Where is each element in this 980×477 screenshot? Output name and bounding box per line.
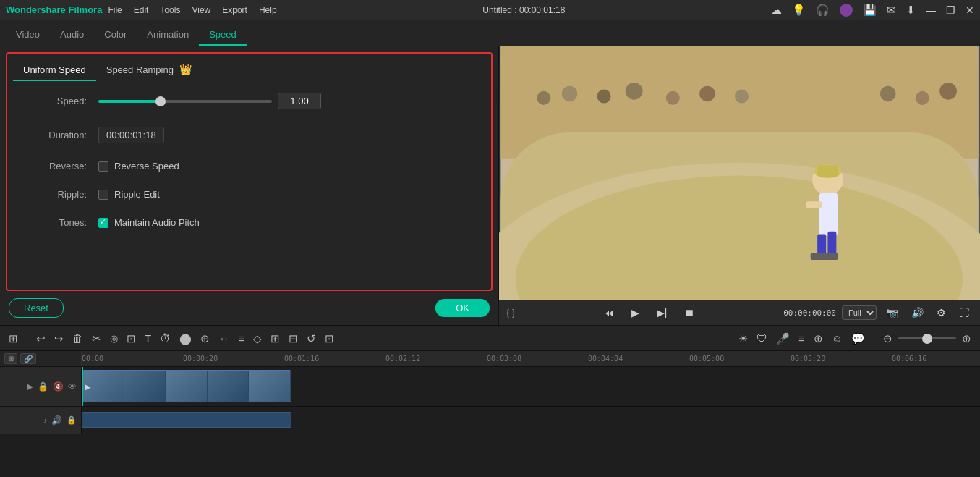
quality-select[interactable]: Full — [842, 305, 877, 320]
tab-color[interactable]: Color — [94, 25, 137, 46]
right-panel: { } ⏮ ▶ ▶| ⏹ 00:00:00:00 Full 📷 🔊 ⚙ ⛶ — [499, 46, 980, 325]
reverse-checkbox[interactable] — [98, 161, 108, 172]
headset-icon: 🎧 — [816, 4, 830, 17]
tool-sticker[interactable]: ☺ — [829, 331, 845, 346]
screenshot-button[interactable]: 📷 — [882, 305, 902, 320]
audio-mute-button[interactable]: 🔊 — [51, 415, 62, 426]
audio-track-icon[interactable]: ♪ — [43, 416, 48, 425]
svg-point-13 — [537, 91, 550, 105]
volume-button[interactable]: 🔊 — [908, 305, 927, 320]
tool-zoom-in[interactable]: ⊕ — [959, 331, 974, 347]
ripple-checkbox[interactable] — [98, 190, 108, 200]
menu-tools[interactable]: Tools — [160, 5, 180, 15]
ripple-control: Ripple Edit — [98, 189, 160, 200]
tool-marker[interactable]: ◇ — [250, 331, 265, 347]
svg-point-19 — [735, 89, 749, 103]
ruler-mark-5: 00:04:04 — [588, 355, 623, 363]
ruler-mark-6: 00:05:00 — [689, 355, 724, 363]
menu-export[interactable]: Export — [222, 5, 247, 15]
tool-redo[interactable]: ↪ — [51, 331, 67, 347]
track-lock-icon[interactable]: 🔒 — [38, 381, 48, 392]
tool-add[interactable]: ⊕ — [197, 331, 213, 347]
tool-record[interactable]: ⬤ — [176, 331, 195, 347]
tool-split[interactable]: ↔ — [216, 331, 232, 346]
tool-shield[interactable]: 🛡 — [754, 331, 770, 346]
speed-slider[interactable] — [98, 100, 272, 103]
timecode-bracket-left: { — [506, 308, 509, 318]
tab-video[interactable]: Video — [6, 25, 50, 46]
tab-uniform-speed[interactable]: Uniform Speed — [13, 60, 96, 81]
track-eye-icon[interactable]: 👁 — [68, 381, 77, 392]
track-play-icon[interactable]: ▶ — [27, 381, 33, 392]
download-icon[interactable]: ⬇ — [906, 4, 916, 17]
go-start-button[interactable]: ⏮ — [600, 305, 618, 320]
tab-speed[interactable]: Speed — [199, 25, 247, 46]
user-avatar — [840, 4, 853, 17]
video-clip[interactable]: ▶ — [82, 370, 291, 402]
maximize-button[interactable]: ❐ — [946, 4, 955, 16]
close-button[interactable]: ✕ — [966, 4, 974, 16]
tool-snap[interactable]: ⊞ — [268, 331, 283, 347]
ripple-label: Ripple: — [22, 189, 87, 200]
go-end-button[interactable]: ▶| — [653, 305, 671, 320]
tool-rotate[interactable]: ↺ — [304, 331, 319, 347]
ok-button[interactable]: OK — [435, 299, 490, 317]
svg-point-18 — [699, 86, 715, 101]
duration-row: Duration: 00:00:01:18 — [22, 127, 477, 143]
svg-rect-6 — [819, 193, 838, 235]
timeline-toolbar: ⊞ ↩ ↪ 🗑 ✂ ◎ ⊡ T ⏱ ⬤ ⊕ ↔ ≡ ◇ ⊞ ⊟ ↺ ⊡ ☀ 🛡 … — [0, 326, 980, 351]
audio-clip[interactable] — [82, 412, 291, 428]
track-mute-icon[interactable]: 🔇 — [53, 381, 64, 392]
play-button[interactable]: ▶ — [628, 305, 643, 320]
menu-help[interactable]: Help — [259, 5, 277, 15]
timeline-section: ⊞ ↩ ↪ 🗑 ✂ ◎ ⊡ T ⏱ ⬤ ⊕ ↔ ≡ ◇ ⊞ ⊟ ↺ ⊡ ☀ 🛡 … — [0, 325, 980, 477]
svg-rect-10 — [811, 253, 838, 261]
menu-file[interactable]: File — [108, 5, 122, 15]
reverse-row: Reverse: Reverse Speed — [22, 161, 477, 172]
tool-group[interactable]: ≡ — [235, 331, 247, 346]
tool-subtitles[interactable]: ≡ — [796, 331, 808, 346]
tool-crop[interactable]: ⊡ — [124, 331, 139, 347]
tool-mute[interactable]: ◎ — [107, 332, 121, 345]
settings-button[interactable]: ⚙ — [933, 305, 950, 320]
ruler-mark-2: 00:01:16 — [284, 355, 319, 363]
tab-speed-ramping[interactable]: Speed Ramping 👑 — [96, 59, 202, 81]
audio-track-content — [82, 409, 980, 432]
tool-layout[interactable]: ⊞ — [6, 331, 21, 347]
tones-checkbox[interactable] — [98, 218, 108, 228]
save-icon[interactable]: 💾 — [863, 4, 877, 17]
fullscreen-button[interactable]: ⛶ — [955, 305, 973, 320]
tool-cut[interactable]: ✂ — [89, 331, 104, 347]
tool-add2[interactable]: ⊕ — [811, 331, 826, 347]
audio-lock-button[interactable]: 🔒 — [67, 415, 77, 425]
titlebar-right: ☁ 💡 🎧 💾 ✉ ⬇ — ❐ ✕ — [771, 4, 974, 17]
tool-mic[interactable]: 🎤 — [773, 331, 793, 347]
speed-row: Speed: 1.00 — [22, 93, 477, 109]
track-link-button[interactable]: 🔗 — [20, 353, 36, 364]
stop-button[interactable]: ⏹ — [681, 305, 698, 320]
tool-delete[interactable]: 🗑 — [69, 331, 86, 346]
tool-subtract[interactable]: ⊟ — [286, 331, 301, 347]
menu-edit[interactable]: Edit — [134, 5, 149, 15]
minimize-button[interactable]: — — [926, 4, 936, 16]
tab-animation[interactable]: Animation — [137, 25, 199, 46]
timeline-tracks: ▶ 🔒 🔇 👁 ▶ ♪ 🔊 — [0, 367, 980, 477]
svg-point-14 — [562, 86, 577, 101]
tool-text[interactable]: T — [142, 331, 154, 346]
tool-timer[interactable]: ⏱ — [157, 331, 174, 346]
message-icon[interactable]: ✉ — [887, 4, 896, 17]
svg-point-22 — [939, 83, 957, 100]
tab-audio[interactable]: Audio — [50, 25, 94, 46]
svg-point-21 — [916, 91, 929, 105]
menu-view[interactable]: View — [192, 5, 210, 15]
tool-brightness[interactable]: ☀ — [736, 331, 751, 347]
tool-zoom-out[interactable]: ⊖ — [880, 331, 895, 347]
tool-transform[interactable]: ⊡ — [322, 331, 337, 347]
speed-value[interactable]: 1.00 — [278, 93, 321, 109]
tones-control: Maintain Audio Pitch — [98, 217, 200, 228]
tool-undo[interactable]: ↩ — [33, 331, 48, 347]
tool-speech[interactable]: 💬 — [848, 331, 868, 347]
zoom-slider[interactable] — [898, 337, 956, 339]
track-add-button[interactable]: ⊞ — [4, 353, 17, 364]
reset-button[interactable]: Reset — [9, 298, 64, 318]
